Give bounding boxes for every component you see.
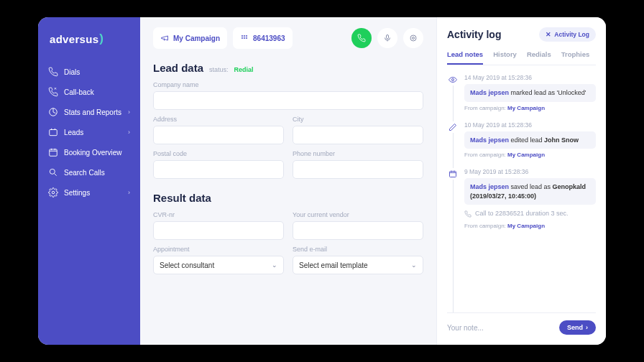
sidebar-item-label: Settings: [64, 189, 90, 197]
result-title: Result data: [153, 192, 211, 204]
entry-timestamp: 9 May 2019 at 15:28:36: [464, 168, 596, 175]
field-phone: Phone number: [293, 150, 423, 179]
svg-point-3: [50, 169, 55, 174]
eye-icon: [447, 74, 459, 85]
input-vendor[interactable]: [293, 221, 423, 240]
entry-user: Mads jepsen: [470, 89, 509, 96]
sidebar-item-label: Search Calls: [64, 169, 105, 177]
entry-meta: From campaign: My Campaign: [464, 223, 596, 229]
app-window: adversus) Dials Call-back Stats and Repo…: [38, 17, 606, 345]
input-address[interactable]: [153, 126, 284, 144]
timeline-entry: 10 May 2019 at 15:28:36 Mads jepsen edit…: [447, 121, 596, 159]
sidebar-item-booking[interactable]: Booking Overview: [38, 142, 140, 162]
entry-bubble: Mads jepsen edited lead John Snow: [464, 131, 596, 149]
status-label: status:: [209, 66, 229, 73]
note-input[interactable]: [447, 324, 553, 332]
stats-icon: [48, 107, 58, 117]
target-button[interactable]: [403, 28, 423, 48]
sidebar-item-label: Booking Overview: [64, 149, 122, 157]
topbar: My Campaign 86413963: [153, 27, 423, 49]
activity-log-label: Activity Log: [554, 31, 589, 38]
entry-text: saved lead as: [509, 183, 553, 190]
phone-icon: [464, 210, 472, 218]
activity-log-button[interactable]: ✕ Activity Log: [539, 27, 596, 42]
search-icon: [48, 167, 58, 177]
sidebar-item-settings[interactable]: Settings ›: [38, 182, 140, 203]
select-appointment-value: Select consultant: [160, 261, 214, 269]
send-label: Send: [567, 324, 583, 331]
chevron-right-icon: ›: [128, 129, 130, 136]
label-phone: Phone number: [293, 150, 423, 157]
send-button[interactable]: Send ›: [559, 320, 596, 335]
input-phone[interactable]: [293, 160, 423, 179]
lead-form: Company name Address City Postal code Ph…: [153, 81, 423, 179]
tab-redials[interactable]: Redials: [527, 50, 551, 65]
timeline-entry: 14 May 2019 at 15:28:36 Mads jepsen mark…: [447, 74, 596, 111]
dialpad-pill[interactable]: 86413963: [233, 27, 293, 49]
svg-rect-11: [387, 35, 389, 40]
entry-bubble: Mads jepsen marked lead as 'Unlocked': [464, 84, 596, 102]
svg-point-12: [410, 35, 416, 41]
field-city: City: [293, 116, 423, 144]
select-email[interactable]: Select email template ⌄: [293, 256, 423, 274]
svg-rect-1: [50, 130, 58, 136]
entry-timestamp: 10 May 2019 at 15:28:36: [464, 121, 596, 129]
mic-button[interactable]: [377, 28, 397, 48]
sidebar-item-callback[interactable]: Call-back: [38, 82, 140, 102]
label-cvr: CVR-nr: [153, 211, 284, 218]
sidebar-item-stats[interactable]: Stats and Reports ›: [38, 102, 140, 122]
tab-lead-notes[interactable]: Lead notes: [447, 50, 483, 65]
label-email: Send e-mail: [293, 246, 423, 253]
lead-title: Lead data: [153, 62, 203, 74]
leads-icon: [48, 127, 58, 137]
input-city[interactable]: [293, 126, 423, 144]
label-appointment: Appointment: [153, 246, 284, 253]
field-postal: Postal code: [153, 150, 284, 179]
edit-icon: [447, 121, 459, 133]
chevron-down-icon: ⌄: [272, 261, 277, 269]
sidebar: adversus) Dials Call-back Stats and Repo…: [38, 17, 140, 345]
svg-point-9: [244, 37, 245, 39]
sidebar-item-search[interactable]: Search Calls: [38, 162, 140, 182]
campaign-pill[interactable]: My Campaign: [153, 27, 227, 49]
entry-meta: From campaign: My Campaign: [464, 152, 596, 158]
center-panel: My Campaign 86413963 Lead data status: R…: [140, 17, 436, 345]
calendar-icon: [447, 168, 459, 180]
tab-history[interactable]: History: [493, 50, 517, 65]
chevron-right-icon: ›: [128, 108, 130, 116]
field-email: Send e-mail Select email template ⌄: [293, 246, 423, 274]
sidebar-item-label: Dials: [64, 68, 80, 76]
svg-point-7: [246, 35, 247, 37]
label-city: City: [293, 116, 423, 123]
sidebar-item-label: Stats and Reports: [64, 108, 121, 116]
select-appointment[interactable]: Select consultant ⌄: [153, 256, 284, 274]
entry-sub: Call to 22836521 duration 3 sec.: [464, 208, 596, 220]
select-email-value: Select email template: [299, 261, 368, 269]
activity-header: Activity log ✕ Activity Log: [447, 27, 596, 42]
call-button[interactable]: [351, 28, 372, 48]
sidebar-item-dials[interactable]: Dials: [38, 62, 140, 82]
entry-sub-text: Call to 22836521 duration 3 sec.: [475, 209, 569, 218]
svg-point-4: [52, 191, 55, 194]
svg-point-10: [246, 37, 247, 39]
label-vendor: Your current vendor: [293, 211, 423, 218]
field-address: Address: [153, 116, 284, 144]
svg-point-5: [242, 35, 243, 37]
brand-paren-icon: ): [99, 32, 104, 46]
entry-text: marked lead as 'Unlocked': [509, 89, 586, 96]
input-postal[interactable]: [153, 160, 284, 179]
input-company[interactable]: [153, 91, 423, 110]
label-company: Company name: [153, 81, 423, 88]
dialpad-icon: [240, 34, 249, 42]
entry-meta: From campaign: My Campaign: [464, 105, 596, 111]
calendar-icon: [48, 147, 58, 157]
sidebar-item-leads[interactable]: Leads ›: [38, 122, 140, 142]
field-company: Company name: [153, 81, 423, 110]
tab-trophies[interactable]: Trophies: [561, 50, 590, 65]
svg-point-13: [413, 37, 415, 40]
activity-timeline: 14 May 2019 at 15:28:36 Mads jepsen mark…: [447, 74, 596, 312]
chevron-right-icon: ›: [586, 324, 588, 331]
input-cvr[interactable]: [153, 221, 284, 240]
svg-rect-15: [450, 172, 456, 177]
close-icon: ✕: [546, 31, 551, 38]
